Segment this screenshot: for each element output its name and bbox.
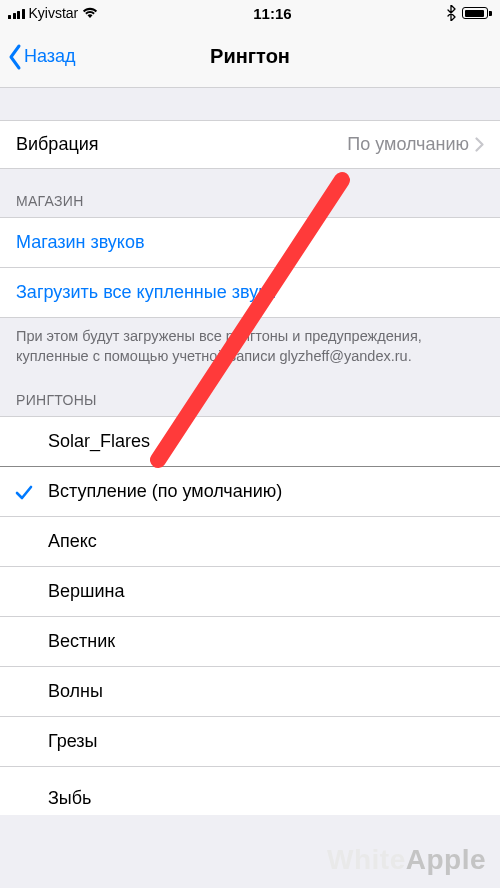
- carrier-label: Kyivstar: [29, 5, 79, 21]
- vibration-cell[interactable]: Вибрация По умолчанию: [0, 120, 500, 169]
- store-list: Магазин звуков Загрузить все купленные з…: [0, 217, 500, 318]
- vibration-label: Вибрация: [16, 134, 99, 155]
- status-right: [446, 5, 492, 21]
- back-button[interactable]: Назад: [8, 43, 76, 71]
- vibration-value: По умолчанию: [347, 134, 484, 155]
- ringtones-section-header: РИНГТОНЫ: [0, 382, 500, 416]
- chevron-left-icon: [8, 43, 22, 71]
- ringtone-item[interactable]: Вестник: [0, 617, 500, 667]
- spacer: [0, 88, 500, 120]
- signal-icon: [8, 7, 25, 19]
- ringtone-custom[interactable]: Solar_Flares: [0, 417, 500, 467]
- bluetooth-icon: [446, 5, 456, 21]
- ringtone-list: Solar_Flares Вступление (по умолчанию) А…: [0, 416, 500, 815]
- ringtone-selected[interactable]: Вступление (по умолчанию): [0, 467, 500, 517]
- status-left: Kyivstar: [8, 5, 98, 21]
- status-time: 11:16: [253, 5, 291, 22]
- ringtone-item[interactable]: Зыбь: [0, 767, 500, 815]
- check-icon: [14, 482, 34, 502]
- watermark: WhiteApple: [327, 844, 486, 876]
- wifi-icon: [82, 7, 98, 19]
- nav-bar: Назад Рингтон: [0, 26, 500, 88]
- ringtone-item[interactable]: Апекс: [0, 517, 500, 567]
- store-section-header: МАГАЗИН: [0, 169, 500, 217]
- status-bar: Kyivstar 11:16: [0, 0, 500, 26]
- ringtone-item[interactable]: Волны: [0, 667, 500, 717]
- sound-store-link[interactable]: Магазин звуков: [0, 218, 500, 268]
- download-all-link[interactable]: Загрузить все купленные звуки: [0, 268, 500, 317]
- chevron-right-icon: [475, 137, 484, 152]
- back-label: Назад: [24, 46, 76, 67]
- store-footer-text: При этом будут загружены все рингтоны и …: [0, 318, 500, 382]
- ringtone-item[interactable]: Грезы: [0, 717, 500, 767]
- battery-icon: [462, 7, 492, 19]
- ringtone-item[interactable]: Вершина: [0, 567, 500, 617]
